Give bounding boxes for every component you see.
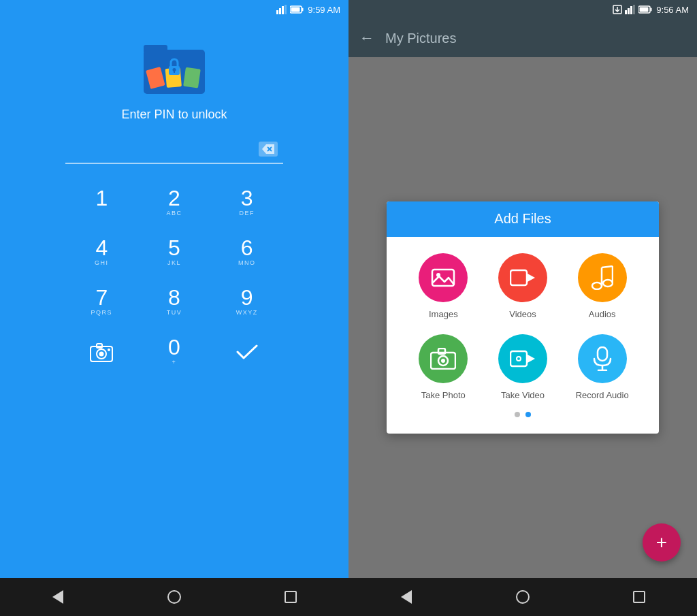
key-8[interactable]: 8 TUV <box>138 277 211 327</box>
file-item-record-audio[interactable]: Record Audio <box>566 334 638 402</box>
phone-content-right: Add Files Images <box>348 57 697 578</box>
audios-circle <box>578 253 627 302</box>
key-confirm[interactable] <box>210 327 283 376</box>
file-item-videos[interactable]: Videos <box>487 253 560 321</box>
svg-rect-26 <box>640 7 649 12</box>
key-7[interactable]: 7 PQRS <box>65 277 138 327</box>
key-camera[interactable] <box>65 327 138 376</box>
dot-1 <box>515 412 520 417</box>
app-icon <box>144 39 205 94</box>
svg-marker-30 <box>528 274 535 282</box>
key-3[interactable]: 3 DEF <box>210 178 283 227</box>
take-photo-label: Take Photo <box>421 390 466 402</box>
add-files-modal: Add Files Images <box>387 201 659 434</box>
status-icons-right <box>613 5 652 14</box>
fab-button[interactable]: + <box>643 523 681 562</box>
enter-pin-label: Enter PIN to unlock <box>121 108 227 122</box>
back-button-left[interactable] <box>44 583 71 611</box>
time-right: 9:56 AM <box>656 5 689 15</box>
camera-icon <box>90 342 113 362</box>
svg-line-35 <box>602 266 613 268</box>
audios-label: Audios <box>589 309 616 321</box>
camera-icon-modal <box>430 348 456 370</box>
file-item-images[interactable]: Images <box>407 253 480 321</box>
record-audio-label: Record Audio <box>576 390 629 402</box>
left-phone: 9:59 AM <box>0 0 348 616</box>
backspace-icon <box>262 144 274 154</box>
battery-icon-left <box>290 5 304 14</box>
svg-rect-6 <box>291 7 300 12</box>
svg-marker-41 <box>528 355 535 363</box>
svg-rect-5 <box>302 8 304 12</box>
back-icon-left <box>52 590 63 604</box>
folder-lock <box>167 58 182 78</box>
svg-rect-39 <box>438 348 445 354</box>
pin-input-row[interactable] <box>65 135 283 164</box>
recents-icon-right <box>633 591 645 603</box>
key-6[interactable]: 6 MNO <box>210 227 283 277</box>
download-icon <box>613 5 622 14</box>
home-button-left[interactable] <box>161 583 188 611</box>
videos-label: Videos <box>509 309 536 321</box>
file-item-audios[interactable]: Audios <box>566 253 638 321</box>
modal-header: Add Files <box>387 201 659 237</box>
svg-point-42 <box>517 357 521 361</box>
home-icon-left <box>167 590 181 604</box>
dot-2 <box>525 412 531 417</box>
recents-icon-left <box>285 591 297 603</box>
key-0[interactable]: 0 + <box>138 327 211 376</box>
file-item-take-video[interactable]: Take Video <box>487 334 560 402</box>
home-icon-right <box>516 590 530 604</box>
recents-button-right[interactable] <box>626 583 653 611</box>
battery-icon-right <box>638 5 652 14</box>
key-2[interactable]: 2 ABC <box>138 178 211 227</box>
video-icon <box>510 268 536 287</box>
back-arrow-button[interactable]: ← <box>359 29 374 47</box>
back-button-right[interactable] <box>393 583 420 611</box>
take-video-label: Take Video <box>501 390 545 402</box>
take-video-circle <box>498 334 547 383</box>
back-icon-right <box>401 590 412 604</box>
svg-rect-3 <box>285 5 287 14</box>
svg-rect-1 <box>279 8 281 14</box>
videocam-icon <box>510 349 536 368</box>
modal-body: Images Videos <box>387 237 659 434</box>
status-bar-right: 9:56 AM <box>348 0 697 19</box>
svg-marker-10 <box>262 144 274 154</box>
backspace-button[interactable] <box>259 142 278 157</box>
signal-icon-left <box>276 5 287 14</box>
photo-card-3 <box>183 67 201 88</box>
app-bar-title: My Pictures <box>385 31 456 46</box>
status-bar-left: 9:59 AM <box>0 0 348 19</box>
nav-bar-right <box>348 578 697 616</box>
key-1[interactable]: 1 <box>65 178 138 227</box>
mic-icon <box>593 346 612 371</box>
record-audio-circle <box>578 334 627 383</box>
photo-card-1 <box>146 67 165 89</box>
recents-button-left[interactable] <box>277 583 304 611</box>
right-phone: 9:56 AM ← My Pictures Add Files <box>348 0 697 616</box>
svg-rect-40 <box>510 351 527 366</box>
key-9[interactable]: 9 WXYZ <box>210 277 283 327</box>
file-item-take-photo[interactable]: Take Photo <box>407 334 480 402</box>
modal-title: Add Files <box>494 211 551 227</box>
files-grid: Images Videos <box>407 253 638 402</box>
svg-rect-27 <box>432 270 454 286</box>
music-icon <box>591 265 613 290</box>
modal-pagination-dots <box>407 412 638 417</box>
folder-body <box>144 50 205 94</box>
key-5[interactable]: 5 JKL <box>138 227 211 277</box>
status-icons-left <box>276 5 304 14</box>
key-4[interactable]: 4 GHI <box>65 227 138 277</box>
svg-point-15 <box>99 351 104 356</box>
svg-point-38 <box>441 359 445 363</box>
numpad: 1 2 ABC 3 DEF 4 GHI 5 JKL 6 MNO <box>65 178 283 376</box>
home-button-right[interactable] <box>509 583 536 611</box>
svg-rect-9 <box>174 70 175 73</box>
fab-icon: + <box>656 532 667 553</box>
svg-rect-2 <box>282 6 284 14</box>
svg-rect-29 <box>510 270 527 285</box>
svg-point-31 <box>592 282 602 289</box>
nav-bar-left <box>0 578 348 616</box>
take-photo-circle <box>419 334 468 383</box>
